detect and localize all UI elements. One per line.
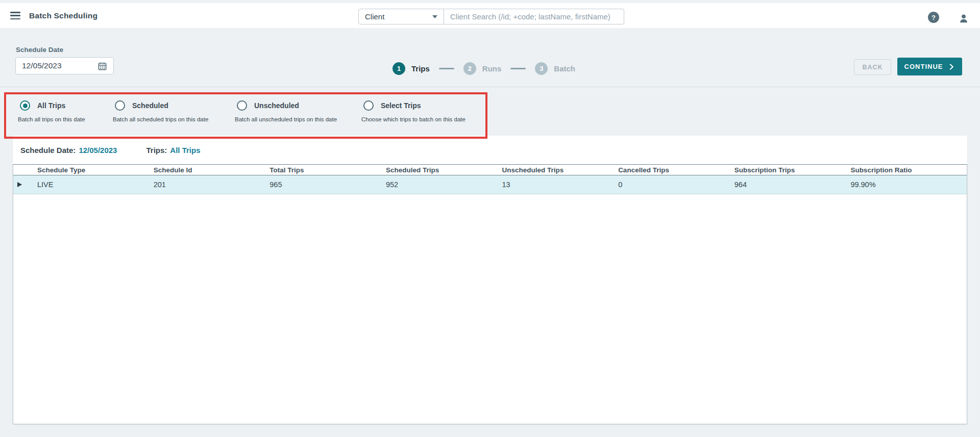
schedule-date-label: Schedule Date — [16, 46, 63, 54]
col-subscription-trips: Subscription Trips — [734, 166, 851, 174]
search-category-dropdown[interactable]: Client — [358, 9, 444, 24]
cell-scheduled-trips: 952 — [386, 181, 502, 189]
radio-icon[interactable] — [115, 100, 125, 111]
chevron-down-icon — [432, 15, 437, 18]
summary-date-link[interactable]: 12/05/2023 — [79, 146, 117, 155]
radio-description: Choose which trips to batch on this date — [361, 116, 465, 122]
menu-icon[interactable] — [10, 12, 20, 19]
page-title: Batch Scheduling — [29, 11, 97, 20]
cell-subscription-trips: 964 — [734, 181, 851, 189]
radio-unscheduled[interactable]: Unscheduled — [235, 100, 337, 111]
section-divider — [0, 87, 980, 87]
chevron-right-icon — [948, 63, 955, 70]
col-scheduled-trips: Scheduled Trips — [386, 166, 502, 174]
continue-button-label: CONTINUE — [904, 63, 943, 70]
table-header-row: Schedule Type Schedule Id Total Trips Sc… — [13, 165, 967, 175]
expand-row-button[interactable] — [13, 182, 37, 187]
schedule-date-value: 12/05/2023 — [22, 61, 97, 70]
cell-schedule-id: 201 — [154, 181, 270, 189]
radio-label: Scheduled — [132, 101, 168, 110]
radio-select-trips[interactable]: Select Trips — [361, 100, 465, 111]
col-total-trips: Total Trips — [270, 166, 386, 174]
radio-label: All Trips — [37, 101, 65, 110]
col-subscription-ratio: Subscription Ratio — [850, 166, 967, 174]
summary-trips-label: Trips: — [146, 146, 167, 155]
filter-option-scheduled: Scheduled Batch all scheduled trips on t… — [113, 100, 208, 122]
step-connector — [439, 68, 454, 69]
trips-table: Schedule Type Schedule Id Total Trips Sc… — [13, 164, 967, 424]
summary-date-label: Schedule Date: — [20, 146, 76, 155]
table-row[interactable]: LIVE 201 965 952 13 0 964 99.90% — [13, 175, 967, 194]
wizard-stepper: 1 Trips 2 Runs 3 Batch — [393, 62, 575, 75]
cell-cancelled-trips: 0 — [618, 181, 734, 189]
col-schedule-id: Schedule Id — [154, 166, 270, 174]
results-card: Schedule Date: 12/05/2023 Trips: All Tri… — [13, 136, 967, 424]
radio-description: Batch all trips on this date — [18, 116, 85, 122]
user-avatar-button[interactable] — [954, 9, 973, 28]
cell-subscription-ratio: 99.90% — [850, 181, 967, 189]
step-connector — [510, 68, 526, 69]
filter-option-select-trips: Select Trips Choose which trips to batch… — [361, 100, 465, 122]
step-1-label: Trips — [411, 64, 430, 73]
client-search-input[interactable] — [444, 9, 624, 24]
search-category-value: Client — [365, 12, 384, 21]
radio-all-trips[interactable]: All Trips — [18, 100, 85, 111]
cell-unscheduled-trips: 13 — [502, 181, 619, 189]
step-2-label: Runs — [482, 64, 502, 73]
filter-option-unscheduled: Unscheduled Batch all unscheduled trips … — [235, 100, 337, 122]
col-schedule-type: Schedule Type — [37, 166, 154, 174]
person-icon — [958, 13, 969, 24]
summary-trips-link[interactable]: All Trips — [170, 146, 200, 155]
radio-description: Batch all unscheduled trips on this date — [235, 116, 337, 122]
step-2-circle[interactable]: 2 — [463, 62, 476, 75]
step-3-circle[interactable]: 3 — [535, 62, 548, 75]
summary-bar: Schedule Date: 12/05/2023 Trips: All Tri… — [13, 136, 967, 164]
expand-triangle-icon — [17, 182, 22, 187]
calendar-icon — [97, 61, 107, 71]
cell-total-trips: 965 — [270, 181, 386, 189]
filter-option-all-trips: All Trips Batch all trips on this date — [18, 100, 85, 122]
radio-description: Batch all scheduled trips on this date — [113, 116, 208, 122]
schedule-date-input[interactable]: 12/05/2023 — [15, 57, 114, 74]
question-mark-icon: ? — [932, 14, 936, 21]
col-unscheduled-trips: Unscheduled Trips — [502, 166, 619, 174]
radio-label: Select Trips — [381, 101, 421, 110]
step-3-label: Batch — [554, 64, 575, 73]
step-1-circle[interactable]: 1 — [393, 62, 405, 75]
cell-schedule-type: LIVE — [37, 181, 154, 189]
radio-icon[interactable] — [363, 100, 374, 111]
radio-label: Unscheduled — [254, 101, 299, 110]
radio-icon[interactable] — [237, 100, 247, 111]
radio-scheduled[interactable]: Scheduled — [113, 100, 208, 111]
help-button[interactable]: ? — [928, 12, 939, 23]
col-cancelled-trips: Cancelled Trips — [618, 166, 734, 174]
client-search-group: Client — [358, 9, 624, 24]
back-button[interactable]: BACK — [854, 59, 891, 75]
radio-icon[interactable] — [20, 100, 30, 111]
continue-button[interactable]: CONTINUE — [897, 58, 962, 75]
